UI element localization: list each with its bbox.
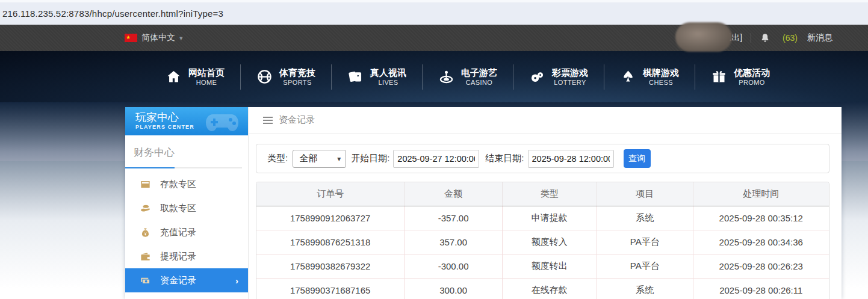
language-selector[interactable]: ★ 简体中文 ▾ [0,32,183,43]
sidebar-header: 玩家中心 PLAYERS CENTER [125,107,248,135]
cell-order-no: 1758990382679322 [256,254,405,278]
main-content: 资金记录 类型: 全部 ▾ 开始日期: 结束日期: 查询 订单号 金额 类型 [249,107,842,299]
type-label: 类型: [267,153,288,164]
cell-amount: 357.00 [405,230,503,254]
table-row: 1758990876251318 357.00 额度转入 PA平台 2025-0… [256,230,829,254]
cell-type: 申请提款 [503,206,597,230]
page-body: 玩家中心 PLAYERS CENTER 财务中心 存款专区 取款专区 充值记录 … [0,102,868,299]
notification-bell-icon[interactable] [760,32,770,43]
cell-process-time: 2025-09-28 00:34:36 [693,230,829,254]
cell-order-no: 1758990912063727 [256,206,405,230]
sidebar-item-deposit-zone[interactable]: 存款专区 [125,172,248,196]
url-text[interactable]: 216.118.235.52:8783/hhcp/usercenter.html… [2,8,223,19]
cell-amount: -357.00 [405,206,503,230]
gamepad-icon [205,112,240,134]
cell-amount: -300.00 [405,254,503,278]
main-navigation: 网站首页HOME 体育竞技SPORTS 真人视讯LIVES 电子游艺CASINO… [0,51,868,102]
hand-money-icon [140,203,151,214]
home-icon [166,69,182,85]
sidebar-item-recharge-records[interactable]: 充值记录 [125,220,248,244]
cell-project: PA平台 [597,254,693,278]
select-caret-icon: ▾ [337,155,341,163]
section-underline [125,167,242,168]
cell-type: 额度转出 [503,254,597,278]
nav-item-sports[interactable]: 体育竞技SPORTS [241,67,331,87]
user-area: ▾ [退出] (63) 新消息 [711,32,868,43]
sidebar-item-withdraw-zone[interactable]: 取款专区 [125,196,248,220]
search-button[interactable]: 查询 [624,149,651,168]
records-table: 订单号 金额 类型 项目 处理时间 1758990912063727 -357.… [256,182,829,299]
wallet-icon [140,251,151,262]
new-messages-link[interactable]: 新消息 [807,32,832,43]
content-panel: 玩家中心 PLAYERS CENTER 财务中心 存款专区 取款专区 充值记录 … [125,107,842,299]
end-date-input[interactable] [528,150,614,168]
nav-item-casino[interactable]: 电子游艺CASINO [423,67,513,87]
spade-icon [620,69,636,85]
table-header-row: 订单号 金额 类型 项目 处理时间 [256,182,829,206]
start-date-input[interactable] [393,150,479,168]
browser-url-bar[interactable]: 216.118.235.52:8783/hhcp/usercenter.html… [0,0,868,25]
cell-type: 在线存款 [503,279,597,299]
playing-cards-icon [347,69,364,85]
type-select-value: 全部 [299,153,317,164]
cell-project: PA平台 [597,230,693,254]
header-order-no: 订单号 [256,182,405,206]
nav-item-promo[interactable]: 优惠活动PROMO [695,67,786,87]
type-select[interactable]: 全部 ▾ [293,150,346,168]
cell-process-time: 2025-09-28 00:26:11 [693,279,829,299]
breadcrumb: 资金记录 [249,107,842,134]
banknotes-icon [140,275,151,286]
nav-item-chess[interactable]: 棋牌游戏CHESS [604,67,695,87]
cell-process-time: 2025-09-28 00:35:12 [693,206,829,230]
table-row: 1758990912063727 -357.00 申请提款 系统 2025-09… [256,206,829,230]
table-row: 1758990382679322 -300.00 额度转出 PA平台 2025-… [256,254,829,279]
basketball-icon [256,69,273,85]
cell-project: 系统 [597,206,693,230]
table-row: 1758990371687165 300.00 在线存款 系统 2025-09-… [256,279,829,299]
chevron-down-icon: ▾ [179,34,183,42]
breadcrumb-label: 资金记录 [279,114,315,126]
divider [751,33,751,43]
header-project: 项目 [597,182,693,206]
money-bag-icon [140,227,151,238]
sidebar-item-funds-records[interactable]: 资金记录 › [125,268,248,292]
header-process-time: 处理时间 [693,182,829,206]
sidebar-item-withdrawal-records[interactable]: 提现记录 [125,244,248,268]
sidebar-section-title: 财务中心 [125,135,248,159]
start-date-label: 开始日期: [351,153,389,164]
lottery-balls-icon [529,69,545,85]
header-amount: 金额 [405,182,503,206]
cell-type: 额度转入 [503,230,597,254]
deposit-card-icon [140,179,151,190]
roulette-icon [438,69,454,85]
cell-order-no: 1758990371687165 [256,279,405,299]
nav-item-lottery[interactable]: 彩票游戏LOTTERY [513,67,604,87]
topbar: ★ 简体中文 ▾ ▾ [退出] (63) 新消息 [0,25,868,51]
cell-amount: 300.00 [405,279,503,299]
chevron-right-icon: › [235,276,238,286]
table-body: 1758990912063727 -357.00 申请提款 系统 2025-09… [256,206,829,299]
china-flag-icon: ★ [125,34,137,42]
nav-item-home[interactable]: 网站首页HOME [150,67,240,87]
header-type: 类型 [503,182,597,206]
sidebar: 玩家中心 PLAYERS CENTER 财务中心 存款专区 取款专区 充值记录 … [125,107,249,299]
cell-order-no: 1758990876251318 [256,230,405,254]
end-date-label: 结束日期: [485,153,524,164]
gift-icon [711,69,727,85]
cell-project: 系统 [597,279,693,299]
filter-bar: 类型: 全部 ▾ 开始日期: 结束日期: 查询 [256,144,829,173]
sidebar-item-lottery-bet-details[interactable]: 彩票下注明细 [125,292,248,299]
username-redacted[interactable] [675,22,732,52]
nav-item-lives[interactable]: 真人视讯LIVES [332,67,422,87]
language-label: 简体中文 [141,32,175,43]
cell-process-time: 2025-09-28 00:26:23 [693,254,829,278]
message-count-badge[interactable]: (63) [783,33,798,43]
hamburger-menu-icon[interactable] [263,115,273,126]
